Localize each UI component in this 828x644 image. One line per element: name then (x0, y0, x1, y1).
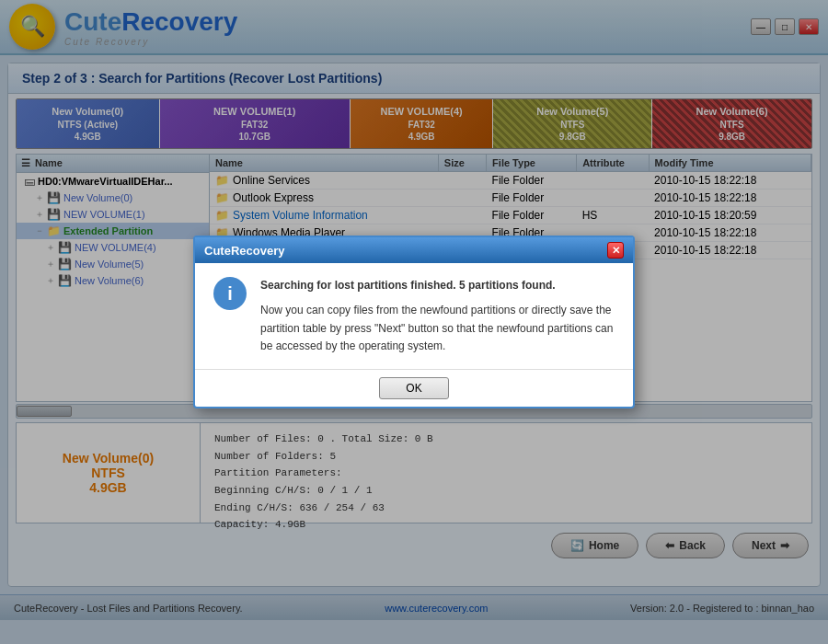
dialog-title: CuteRecovery (204, 244, 284, 258)
dialog-body: i Searching for lost partitions finished… (195, 263, 633, 369)
dialog: CuteRecovery ✕ i Searching for lost part… (193, 236, 635, 408)
ok-button[interactable]: OK (379, 377, 448, 399)
dialog-close-button[interactable]: ✕ (607, 242, 624, 259)
dialog-info-icon: i (213, 277, 247, 310)
dialog-overlay: CuteRecovery ✕ i Searching for lost part… (0, 0, 828, 644)
dialog-message: Searching for lost partitions finished. … (260, 277, 615, 355)
dialog-msg1: Searching for lost partitions finished. … (260, 277, 615, 294)
dialog-title-bar: CuteRecovery ✕ (195, 237, 633, 263)
dialog-msg2: Now you can copy files from the newfound… (260, 302, 615, 355)
dialog-footer: OK (195, 369, 633, 407)
